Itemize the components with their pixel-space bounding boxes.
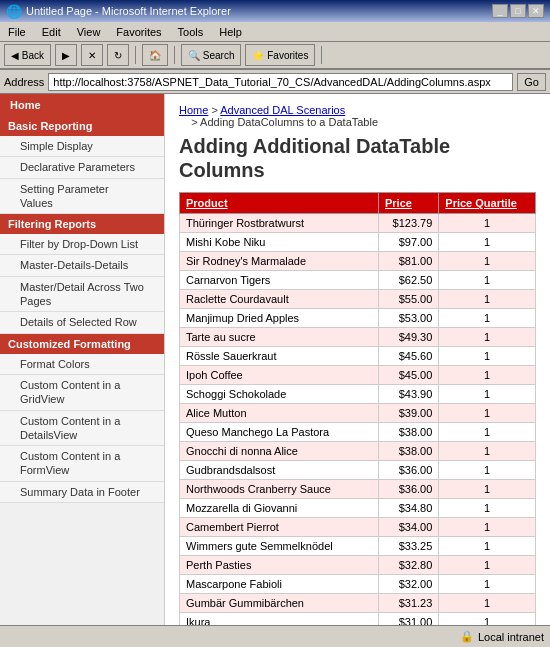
table-row: Mishi Kobe Niku$97.001 — [180, 233, 536, 252]
menu-view[interactable]: View — [73, 25, 105, 39]
cell-product: Camembert Pierrot — [180, 518, 379, 537]
menu-help[interactable]: Help — [215, 25, 246, 39]
sidebar-item-format-colors[interactable]: Format Colors — [0, 354, 164, 375]
stop-button[interactable]: ✕ — [81, 44, 103, 66]
table-row: Carnarvon Tigers$62.501 — [180, 271, 536, 290]
sidebar-home[interactable]: Home — [0, 94, 164, 116]
title-bar: 🌐 Untitled Page - Microsoft Internet Exp… — [0, 0, 550, 22]
forward-button[interactable]: ▶ — [55, 44, 77, 66]
sidebar-item-summary-data-footer[interactable]: Summary Data in Footer — [0, 482, 164, 503]
table-row: Queso Manchego La Pastora$38.001 — [180, 423, 536, 442]
content-area: Home > Advanced DAL Scenarios > Adding D… — [165, 94, 550, 625]
table-row: Tarte au sucre$49.301 — [180, 328, 536, 347]
breadcrumb-sep-1: > — [211, 104, 220, 116]
home-button[interactable]: 🏠 — [142, 44, 168, 66]
back-button[interactable]: ◀ Back — [4, 44, 51, 66]
table-row: Ipoh Coffee$45.001 — [180, 366, 536, 385]
cell-price: $31.00 — [379, 613, 439, 626]
cell-product: Raclette Courdavault — [180, 290, 379, 309]
table-row: Gumbär Gummibärchen$31.231 — [180, 594, 536, 613]
cell-product: Mascarpone Fabioli — [180, 575, 379, 594]
sidebar-section-filtering-reports[interactable]: Filtering Reports — [0, 214, 164, 234]
maximize-button[interactable]: □ — [510, 4, 526, 18]
sidebar-item-master-details[interactable]: Master-Details-Details — [0, 255, 164, 276]
cell-quartile: 1 — [439, 442, 536, 461]
cell-product: Schoggi Schokolade — [180, 385, 379, 404]
table-row: Gudbrandsdalsost$36.001 — [180, 461, 536, 480]
col-header-product[interactable]: Product — [180, 193, 379, 214]
table-row: Sir Rodney's Marmalade$81.001 — [180, 252, 536, 271]
sidebar-item-details-selected-row[interactable]: Details of Selected Row — [0, 312, 164, 333]
menu-tools[interactable]: Tools — [174, 25, 208, 39]
breadcrumb-section[interactable]: Advanced DAL Scenarios — [220, 104, 345, 116]
sidebar-item-simple-display[interactable]: Simple Display — [0, 136, 164, 157]
cell-quartile: 1 — [439, 366, 536, 385]
cell-product: Carnarvon Tigers — [180, 271, 379, 290]
cell-quartile: 1 — [439, 575, 536, 594]
cell-product: Queso Manchego La Pastora — [180, 423, 379, 442]
sidebar-item-declarative-parameters[interactable]: Declarative Parameters — [0, 157, 164, 178]
cell-product: Ikura — [180, 613, 379, 626]
cell-product: Gnocchi di nonna Alice — [180, 442, 379, 461]
toolbar-separator-1 — [135, 46, 136, 64]
table-row: Mascarpone Fabioli$32.001 — [180, 575, 536, 594]
sidebar-item-custom-content-detailsview[interactable]: Custom Content in a DetailsView — [0, 411, 164, 447]
cell-price: $39.00 — [379, 404, 439, 423]
cell-product: Mozzarella di Giovanni — [180, 499, 379, 518]
status-zone-label: Local intranet — [478, 631, 544, 643]
cell-quartile: 1 — [439, 613, 536, 626]
cell-quartile: 1 — [439, 518, 536, 537]
cell-product: Wimmers gute Semmelknödel — [180, 537, 379, 556]
go-button[interactable]: Go — [517, 73, 546, 91]
cell-price: $31.23 — [379, 594, 439, 613]
search-button[interactable]: 🔍 Search — [181, 44, 241, 66]
address-label: Address — [4, 76, 44, 88]
sidebar-item-setting-parameter-values[interactable]: Setting Parameter Values — [0, 179, 164, 215]
menu-edit[interactable]: Edit — [38, 25, 65, 39]
refresh-button[interactable]: ↻ — [107, 44, 129, 66]
sidebar-section-basic-reporting[interactable]: Basic Reporting — [0, 116, 164, 136]
favorites-button[interactable]: ⭐ Favorites — [245, 44, 315, 66]
sidebar-item-filter-dropdown[interactable]: Filter by Drop-Down List — [0, 234, 164, 255]
menu-favorites[interactable]: Favorites — [112, 25, 165, 39]
cell-price: $55.00 — [379, 290, 439, 309]
cell-quartile: 1 — [439, 290, 536, 309]
toolbar-separator-3 — [321, 46, 322, 64]
cell-price: $38.00 — [379, 423, 439, 442]
browser-icon: 🌐 — [6, 4, 22, 19]
breadcrumb-home[interactable]: Home — [179, 104, 208, 116]
cell-price: $81.00 — [379, 252, 439, 271]
cell-product: Perth Pasties — [180, 556, 379, 575]
cell-product: Thüringer Rostbratwurst — [180, 214, 379, 233]
address-input[interactable] — [48, 73, 513, 91]
cell-product: Gumbär Gummibärchen — [180, 594, 379, 613]
col-header-quartile[interactable]: Price Quartile — [439, 193, 536, 214]
table-row: Ikura$31.001 — [180, 613, 536, 626]
menu-file[interactable]: File — [4, 25, 30, 39]
cell-quartile: 1 — [439, 556, 536, 575]
cell-price: $97.00 — [379, 233, 439, 252]
sidebar-section-customized-formatting[interactable]: Customized Formatting — [0, 334, 164, 354]
close-button[interactable]: ✕ — [528, 4, 544, 18]
table-row: Schoggi Schokolade$43.901 — [180, 385, 536, 404]
sidebar-item-custom-content-formview[interactable]: Custom Content in a FormView — [0, 446, 164, 482]
sidebar-item-custom-content-gridview[interactable]: Custom Content in a GridView — [0, 375, 164, 411]
cell-quartile: 1 — [439, 423, 536, 442]
page-title: Adding Additional DataTable Columns — [179, 134, 536, 182]
breadcrumb-current: Adding DataColumns to a DataTable — [200, 116, 378, 128]
sidebar-item-master-detail-two-pages[interactable]: Master/Detail Across Two Pages — [0, 277, 164, 313]
cell-quartile: 1 — [439, 404, 536, 423]
cell-price: $43.90 — [379, 385, 439, 404]
cell-quartile: 1 — [439, 594, 536, 613]
cell-quartile: 1 — [439, 252, 536, 271]
table-row: Gnocchi di nonna Alice$38.001 — [180, 442, 536, 461]
minimize-button[interactable]: _ — [492, 4, 508, 18]
col-header-price[interactable]: Price — [379, 193, 439, 214]
cell-product: Mishi Kobe Niku — [180, 233, 379, 252]
table-row: Camembert Pierrot$34.001 — [180, 518, 536, 537]
status-bar: 🔒 Local intranet — [0, 625, 550, 647]
table-row: Perth Pasties$32.801 — [180, 556, 536, 575]
cell-price: $32.80 — [379, 556, 439, 575]
table-row: Thüringer Rostbratwurst$123.791 — [180, 214, 536, 233]
address-bar: Address Go — [0, 70, 550, 94]
